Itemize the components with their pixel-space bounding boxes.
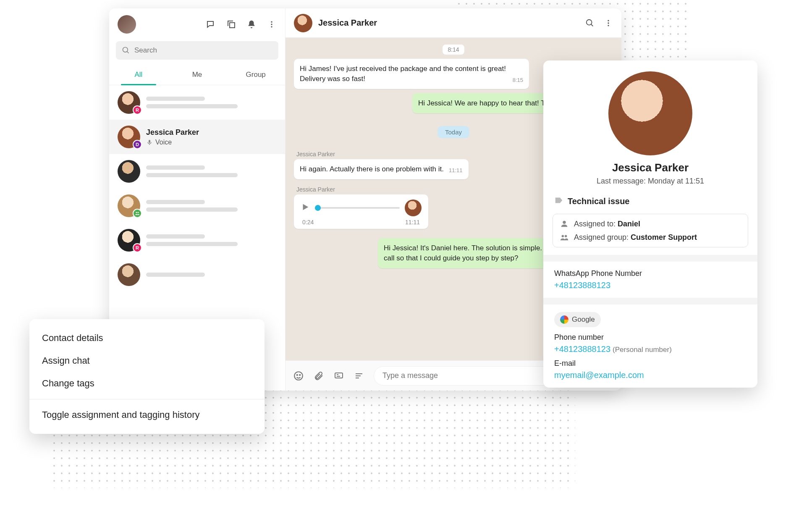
contact-large-avatar: [608, 71, 692, 155]
chat-assignee-badge: R: [133, 243, 142, 252]
menu-toggle-history[interactable]: Toggle assignment and tagging history: [29, 404, 265, 426]
chat-row[interactable]: [109, 257, 285, 292]
chat-preview: Voice: [146, 139, 199, 146]
search-input[interactable]: [134, 46, 272, 55]
contact-avatar[interactable]: [294, 14, 312, 32]
copy-icon[interactable]: [226, 19, 236, 29]
more-icon[interactable]: [604, 18, 613, 28]
assigned-to-row: Assigned to: Daniel: [560, 219, 741, 228]
svg-point-13: [299, 374, 300, 375]
chat-row[interactable]: [109, 154, 285, 189]
svg-point-10: [608, 25, 609, 26]
bell-icon[interactable]: [246, 19, 257, 29]
chat-assignee-badge: R: [133, 105, 142, 115]
assigned-group-row: Assigned group: Customer Support: [560, 233, 741, 242]
phone-link[interactable]: +48123888123: [554, 344, 610, 354]
sidebar-header: [109, 8, 285, 38]
search-icon: [122, 46, 130, 55]
svg-point-16: [562, 235, 564, 238]
tab-me[interactable]: Me: [168, 65, 227, 85]
contact-name: Jessica Parker: [554, 161, 747, 174]
mic-icon: [146, 139, 153, 146]
svg-rect-0: [230, 23, 235, 28]
search-input-wrap[interactable]: [116, 41, 278, 60]
voice-progress[interactable]: [315, 207, 400, 209]
assignment-box: Assigned to: Daniel Assigned group: Cust…: [553, 214, 748, 247]
note-icon[interactable]: [354, 370, 364, 381]
email-link[interactable]: myemail@example.com: [554, 370, 644, 380]
google-section: Google Phone number +48123888123 (Person…: [543, 304, 757, 388]
menu-divider: [29, 399, 265, 399]
phone-label: Phone number: [554, 333, 747, 342]
svg-point-9: [608, 22, 609, 24]
conversation-title: Jessica Parker: [318, 18, 579, 28]
attachment-icon[interactable]: [313, 370, 324, 381]
search-icon[interactable]: [585, 18, 595, 28]
svg-rect-14: [335, 373, 343, 378]
chat-group-badge: [133, 209, 142, 218]
message-timestamp: 8:14: [443, 45, 464, 55]
new-chat-icon[interactable]: [206, 19, 216, 29]
tab-all[interactable]: All: [109, 65, 168, 85]
group-icon: [560, 233, 569, 242]
voice-duration: 0:24: [302, 219, 314, 226]
emoji-icon[interactable]: [293, 370, 304, 381]
chat-avatar: [118, 160, 140, 183]
message-time: 11:11: [449, 167, 463, 174]
chat-row[interactable]: R: [109, 85, 285, 120]
menu-change-tags[interactable]: Change tags: [29, 372, 265, 395]
google-logo-icon: [560, 315, 568, 324]
conversation-header: Jessica Parker: [286, 8, 621, 38]
svg-point-5: [136, 212, 137, 213]
svg-point-17: [565, 235, 567, 238]
svg-point-3: [271, 26, 272, 27]
tab-group[interactable]: Group: [226, 65, 285, 85]
sidebar-tabs: All Me Group: [109, 65, 285, 85]
current-user-avatar[interactable]: [118, 15, 136, 34]
voice-time: 11:11: [405, 219, 420, 226]
svg-point-2: [271, 24, 272, 25]
chat-assignee-badge: D: [133, 140, 142, 149]
context-menu: Contact details Assign chat Change tags …: [29, 319, 265, 434]
svg-point-6: [138, 212, 139, 213]
svg-point-11: [294, 372, 303, 380]
template-message-icon[interactable]: [333, 370, 344, 381]
contact-details-card: Jessica Parker Last message: Monday at 1…: [543, 60, 757, 388]
email-label: E-mail: [554, 359, 747, 368]
menu-contact-details[interactable]: Contact details: [29, 327, 265, 349]
phone-note: (Personal number): [613, 346, 672, 354]
chat-name: Jessica Parker: [146, 128, 199, 137]
play-icon[interactable]: [301, 202, 310, 213]
more-icon[interactable]: [267, 19, 277, 29]
svg-point-8: [608, 20, 609, 21]
chat-row[interactable]: D Jessica Parker Voice: [109, 120, 285, 154]
chat-row[interactable]: R: [109, 223, 285, 257]
svg-point-15: [563, 221, 566, 224]
message-incoming: Hi again. Actually there is one problem …: [294, 159, 469, 179]
svg-point-12: [297, 374, 298, 375]
chat-avatar: [118, 263, 140, 286]
tag-icon: [554, 196, 563, 207]
message-incoming: Hi James! I've just received the package…: [294, 59, 529, 89]
svg-point-7: [587, 19, 592, 25]
contact-last-message: Last message: Monday at 11:51: [554, 177, 747, 186]
svg-point-1: [271, 21, 272, 23]
chat-row[interactable]: [109, 189, 285, 223]
contact-tag: Technical issue: [568, 197, 629, 206]
date-separator: Today: [437, 126, 469, 138]
whatsapp-phone-label: WhatsApp Phone Number: [554, 269, 747, 278]
voice-sender-avatar: [405, 199, 422, 216]
person-icon: [560, 219, 569, 228]
voice-message[interactable]: 0:24 11:11: [294, 194, 428, 229]
source-google-chip: Google: [554, 312, 601, 327]
menu-assign-chat[interactable]: Assign chat: [29, 349, 265, 372]
message-time: 8:15: [513, 76, 523, 84]
svg-point-4: [123, 47, 128, 52]
whatsapp-phone-link[interactable]: +48123888123: [554, 281, 610, 290]
whatsapp-section: WhatsApp Phone Number +48123888123: [543, 262, 757, 298]
